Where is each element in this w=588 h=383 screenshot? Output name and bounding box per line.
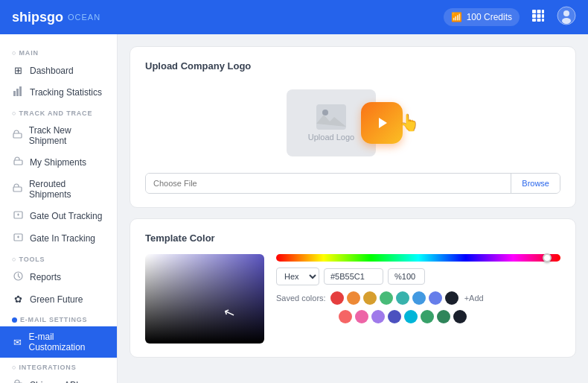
color-inputs: Hex RGB HSL [276, 268, 560, 285]
color-dot-dark2[interactable] [453, 310, 467, 323]
sidebar-item-email-customization-label: E-mail Customization [28, 332, 105, 352]
section-label-track: ○ TRACK AND TRACE [0, 104, 117, 120]
svg-rect-13 [16, 89, 19, 96]
upload-placeholder: Upload Logo 👆 [145, 82, 560, 164]
sidebar-item-gate-out-label: Gate Out Tracking [30, 211, 102, 221]
my-shipments-icon [12, 156, 24, 168]
upload-logo-title: Upload Company Logo [145, 60, 560, 72]
color-dot-forest[interactable] [437, 310, 450, 323]
template-color-title: Template Color [145, 232, 560, 244]
upload-area: Upload Logo 👆 Browse [145, 82, 560, 194]
color-dot-purple[interactable] [371, 310, 385, 323]
sidebar-item-my-shipments[interactable]: My Shipments [0, 151, 117, 174]
gate-out-icon [12, 210, 24, 222]
top-navbar: shipsgo OCEAN 📶 100 Credits [0, 0, 588, 34]
saved-colors-label: Saved colors: [276, 294, 326, 303]
svg-rect-1 [537, 10, 541, 13]
svg-rect-4 [537, 14, 541, 18]
color-controls: Hex RGB HSL Saved colors: [276, 254, 560, 323]
section-label-main: ○ MAIN [0, 43, 117, 60]
sidebar-item-reports[interactable]: Reports [0, 266, 117, 288]
avatar-icon[interactable] [557, 6, 576, 28]
saved-colors-row1: Saved colors: +Add [276, 291, 560, 305]
sidebar-item-gate-in-label: Gate In Tracking [30, 233, 95, 244]
svg-rect-8 [542, 19, 544, 22]
sidebar-item-dashboard-label: Dashboard [30, 66, 74, 76]
upload-logo-card: Upload Company Logo Upload Logo [130, 46, 576, 208]
svg-point-11 [562, 18, 571, 24]
rerouted-icon [12, 183, 23, 195]
file-input[interactable] [146, 174, 511, 193]
sidebar-item-gate-in[interactable]: Gate In Tracking [0, 227, 117, 250]
color-hex-input[interactable] [324, 268, 383, 285]
sidebar-item-green-future-label: Green Future [30, 294, 83, 305]
shipsgo-api-icon [12, 379, 24, 383]
color-dot-yellow[interactable] [363, 291, 377, 305]
saved-colors-row2 [276, 310, 560, 323]
color-dot-indigo[interactable] [429, 291, 442, 305]
svg-rect-7 [537, 19, 541, 22]
main-content: Upload Company Logo Upload Logo [118, 34, 588, 383]
section-label-email: E-MAIL SETTINGS [0, 310, 117, 326]
color-dot-green2[interactable] [421, 310, 434, 323]
file-input-row: Browse [145, 173, 560, 194]
cursor-icon: 👆 [399, 113, 419, 133]
svg-point-24 [322, 110, 328, 115]
svg-rect-6 [532, 19, 536, 22]
gate-in-icon [12, 232, 24, 244]
credits-icon: 📶 [451, 12, 462, 22]
color-dot-teal[interactable] [396, 291, 409, 305]
svg-rect-14 [19, 86, 22, 96]
sidebar-item-email-customization[interactable]: ✉ E-mail Customization [0, 326, 117, 358]
sidebar-item-rerouted-label: Rerouted Shipments [29, 179, 105, 200]
sidebar-item-reports-label: Reports [30, 272, 61, 282]
track-new-icon [12, 130, 23, 142]
color-dot-red[interactable] [330, 291, 344, 305]
svg-rect-0 [532, 10, 536, 13]
color-dot-green[interactable] [380, 291, 393, 305]
sidebar-item-track-new-shipment[interactable]: Track New Shipment [0, 120, 117, 151]
color-format-select[interactable]: Hex RGB HSL [276, 268, 319, 285]
hue-thumb [543, 253, 552, 262]
color-dot-dark1[interactable] [445, 291, 458, 305]
color-picker-canvas[interactable]: ↖ [145, 254, 264, 344]
color-dot-orange[interactable] [347, 291, 360, 305]
hue-slider[interactable] [276, 254, 560, 262]
color-cursor-icon: ↖ [221, 303, 237, 323]
svg-rect-3 [532, 14, 536, 18]
main-layout: ○ MAIN ⊞ Dashboard Tracking Statistics ○… [0, 0, 588, 383]
svg-rect-15 [13, 133, 22, 138]
play-button[interactable] [361, 102, 403, 144]
sidebar-item-shipsgo-api-label: Shipsgo API [30, 380, 78, 383]
logo-area: shipsgo OCEAN [12, 10, 100, 25]
sidebar-item-rerouted[interactable]: Rerouted Shipments [0, 174, 117, 205]
sidebar-item-green-future[interactable]: ✿ Green Future [0, 288, 117, 310]
logo-text: shipsgo [12, 10, 63, 25]
color-dot-violet[interactable] [388, 310, 401, 323]
sidebar-item-track-new-label: Track New Shipment [29, 125, 105, 146]
template-color-card: Template Color ↖ Hex RGB [130, 218, 576, 358]
credits-button[interactable]: 📶 100 Credits [444, 8, 520, 26]
svg-rect-16 [14, 160, 22, 165]
color-dot-cyan[interactable] [404, 310, 418, 323]
reports-icon [12, 271, 24, 283]
color-dot-red2[interactable] [339, 310, 352, 323]
topnav-right: 📶 100 Credits [444, 6, 576, 28]
color-dot-blue[interactable] [412, 291, 426, 305]
svg-rect-2 [542, 10, 544, 13]
grid-icon[interactable] [531, 9, 545, 25]
sidebar-item-shipsgo-api[interactable]: Shipsgo API [0, 374, 117, 383]
upload-label: Upload Logo [308, 133, 354, 142]
sidebar: ○ MAIN ⊞ Dashboard Tracking Statistics ○… [0, 34, 118, 383]
sidebar-item-gate-out[interactable]: Gate Out Tracking [0, 205, 117, 227]
browse-button[interactable]: Browse [511, 174, 560, 193]
dashboard-icon: ⊞ [12, 65, 24, 76]
svg-rect-17 [13, 187, 22, 192]
color-opacity-input[interactable] [388, 268, 425, 285]
section-label-integrations: ○ INTEGRATIONS [0, 358, 117, 374]
svg-point-10 [563, 10, 569, 16]
sidebar-item-dashboard[interactable]: ⊞ Dashboard [0, 60, 117, 81]
add-color-button[interactable]: +Add [464, 294, 484, 303]
sidebar-item-tracking-statistics[interactable]: Tracking Statistics [0, 81, 117, 104]
color-dot-pink[interactable] [355, 310, 368, 323]
